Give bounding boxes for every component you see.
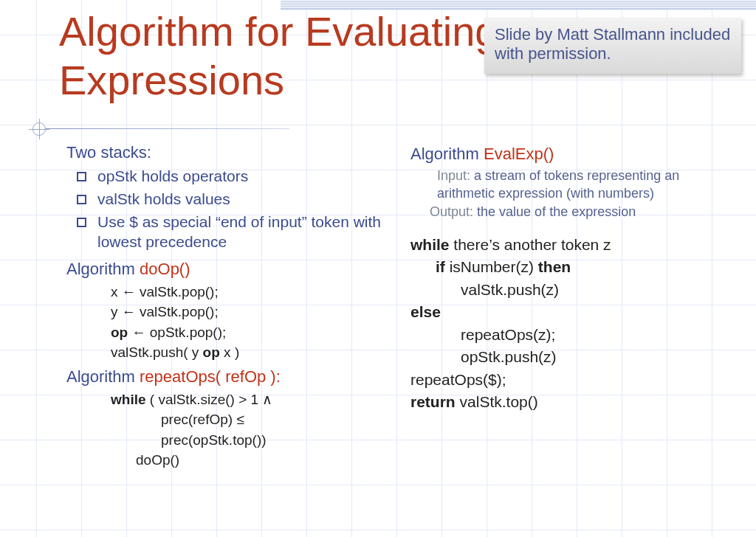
- code-line: opStk.push(z): [410, 346, 734, 368]
- code-line: repeatOps($);: [410, 369, 734, 391]
- code-line: doOp(): [86, 450, 390, 471]
- algo-name: repeatOps( refOp ):: [140, 367, 281, 386]
- content-columns: Two stacks: opStk holds operators valStk…: [66, 140, 734, 530]
- code-line: valStk.push(z): [410, 279, 734, 301]
- two-stacks-list: opStk holds operators valStk holds value…: [66, 167, 390, 252]
- algo-io-spec: Input: a stream of tokens representing a…: [430, 167, 734, 221]
- attribution-box: Slide by Matt Stallmann included with pe…: [484, 18, 741, 74]
- title-underline: [46, 128, 289, 129]
- code-line: while there’s another token z: [410, 234, 734, 256]
- algo-repeatops-header: Algorithm repeatOps( refOp ):: [66, 367, 390, 387]
- algo-evalexp-body: while there’s another token z if isNumbe…: [410, 234, 734, 414]
- list-item: opStk holds operators: [66, 167, 390, 187]
- list-item: valStk holds values: [66, 190, 390, 209]
- code-line: return valStk.top(): [410, 391, 734, 413]
- code-line: else: [410, 301, 734, 323]
- right-column: Algorithm EvalExp() Input: a stream of t…: [410, 140, 734, 530]
- algo-repeatops-body: while ( valStk.size() > 1 ∧ prec(refOp) …: [86, 389, 390, 471]
- left-column: Two stacks: opStk holds operators valStk…: [66, 140, 390, 530]
- code-line: x ← valStk.pop();: [86, 282, 390, 302]
- crosshair-ornament-icon: [32, 122, 46, 136]
- code-line: prec(refOp) ≤: [86, 409, 390, 430]
- list-item: Use $ as special “end of input” token wi…: [66, 212, 390, 252]
- two-stacks-heading: Two stacks:: [66, 143, 390, 162]
- input-spec: Input: a stream of tokens representing a…: [430, 167, 734, 203]
- algo-evalexp-header: Algorithm EvalExp(): [410, 145, 734, 164]
- algo-label: Algorithm: [66, 367, 135, 386]
- algo-doop-header: Algorithm doOp(): [66, 260, 390, 279]
- code-line: if isNumber(z) then: [410, 256, 734, 278]
- code-line: while ( valStk.size() > 1 ∧: [86, 389, 390, 410]
- output-spec: Output: the value of the expression: [430, 203, 734, 221]
- algo-label: Algorithm: [66, 260, 135, 278]
- code-line: prec(opStk.top()): [86, 430, 390, 451]
- code-line: op ← opStk.pop();: [86, 322, 390, 343]
- code-line: valStk.push( y op x ): [86, 342, 390, 363]
- algo-doop-body: x ← valStk.pop(); y ← valStk.pop(); op ←…: [86, 282, 390, 363]
- algo-name: EvalExp(): [484, 145, 554, 163]
- code-line: y ← valStk.pop();: [86, 302, 390, 322]
- code-line: repeatOps(z);: [410, 324, 734, 346]
- algo-name: doOp(): [140, 260, 190, 278]
- algo-label: Algorithm: [410, 145, 479, 163]
